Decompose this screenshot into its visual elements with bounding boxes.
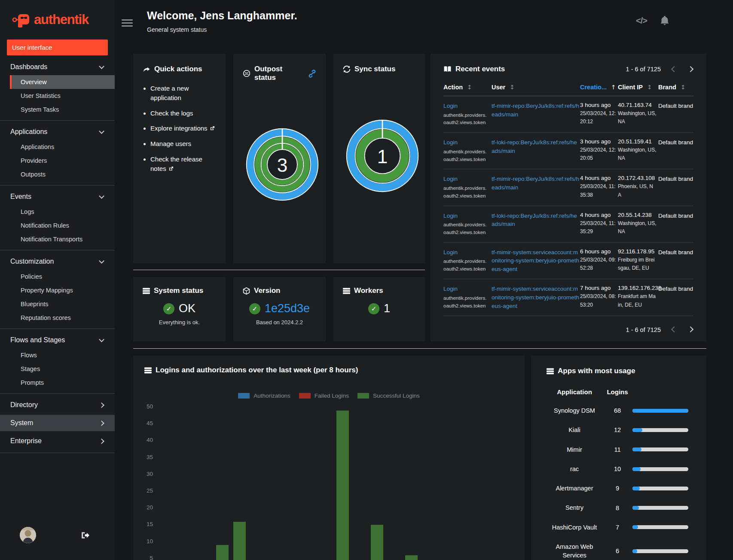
sidebar-section-system[interactable]: System [0,415,115,431]
event-user-link[interactable]: tf-loki-repo:BeryJu/k8s:ref:refs/heads/m… [492,139,577,154]
app-usage-bar-fill [632,447,641,451]
sidebar-item-property-mappings[interactable]: Property Mappings [10,283,115,297]
event-action-link[interactable]: Login [443,286,458,292]
chevron-right-icon[interactable] [687,65,693,73]
event-user-link[interactable]: tf-loki-repo:BeryJu/k8s:ref:refs/heads/m… [492,213,577,228]
sidebar-section-directory[interactable]: Directory [0,397,115,413]
event-user-link[interactable]: tf-mimir-repo:BeryJu/k8s:ref:refs/heads/… [492,176,579,191]
event-client-ip-cell: 20.51.159.41Washington, US, NA [618,138,658,163]
sidebar-item-overview[interactable]: Overview [10,75,115,89]
sidebar-section-applications[interactable]: Applications [0,124,115,140]
sidebar-section-customization[interactable]: Customization [0,253,115,270]
column-header-label: Client IP [618,84,643,91]
event-action-link[interactable]: Login [443,139,458,146]
chevron-right-icon [99,438,104,444]
sidebar-section-dashboards[interactable]: Dashboards [0,59,115,75]
sidebar-section-flows-and-stages[interactable]: Flows and Stages [0,332,115,348]
code-icon[interactable]: </> [636,16,647,26]
sidebar-item-policies[interactable]: Policies [10,270,115,283]
quick-action-check-the-logs[interactable]: Check the logs [150,109,216,118]
event-app-context: authentik.providers.oauth2.views.token [443,185,492,200]
user-interface-button[interactable]: User interface [7,40,108,55]
event-action-link[interactable]: Login [443,213,458,219]
link-icon[interactable] [308,70,316,78]
quick-action-explore-integrations[interactable]: Explore integrations [150,124,216,133]
event-brand: Default brand [658,248,693,257]
sidebar-item-logs[interactable]: Logs [10,205,115,219]
quick-action-label: Check the release notes [150,155,202,172]
chart-bar-successful-logins [233,522,246,560]
sidebar-item-notification-transports[interactable]: Notification Transports [10,232,115,246]
chevron-right-icon[interactable] [687,326,693,334]
event-action-link[interactable]: Login [443,103,458,109]
card-title: Quick actions [154,65,202,73]
event-user-link[interactable]: tf-mimir-system:serviceaccount:monitorin… [492,249,579,272]
sidebar-section-label: Enterprise [10,437,42,445]
column-header-creatio[interactable]: Creatio...↑ [580,84,618,91]
workers-card: Workers ✓ 1 [333,277,425,341]
sidebar-item-prompts[interactable]: Prompts [10,376,115,390]
sidebar-group-system: System [0,414,115,432]
quick-action-label: Explore integrations [150,125,208,132]
event-geo: Frankfurt am Main, DE, EU [618,292,658,309]
sidebar-item-outposts[interactable]: Outposts [10,167,115,181]
column-header-client-ip[interactable]: Client IP↕ [618,84,658,91]
pagination-label: 1 - 6 of 7125 [626,66,661,73]
server-icon [144,367,152,374]
column-header-label: User [492,84,505,91]
event-brand-cell: Default brand [658,248,693,274]
event-brand-cell: Default brand [658,175,693,200]
column-header-brand[interactable]: Brand↕ [658,84,693,91]
column-header-action[interactable]: Action↕ [443,84,492,91]
event-timestamp: 25/03/2024, 09:52:28 [580,256,618,272]
app-login-count: 9 [602,485,632,492]
app-usage-row-mimir: Mimir11 [547,445,691,454]
server-icon [547,368,554,374]
event-action-link[interactable]: Login [443,176,458,182]
y-axis-tick: 30 [138,471,153,477]
sidebar-item-stages[interactable]: Stages [10,362,115,376]
external-link-icon [166,165,174,172]
quick-action-manage-users[interactable]: Manage users [150,139,216,149]
avatar[interactable] [20,527,36,543]
sidebar-section-events[interactable]: Events [0,189,115,205]
sidebar-item-blueprints[interactable]: Blueprints [10,297,115,311]
sidebar-item-flows[interactable]: Flows [10,348,115,362]
sidebar-item-user-statistics[interactable]: User Statistics [10,89,115,103]
check-circle-icon: ✓ [368,303,379,314]
app-usage-bar [632,409,688,413]
quick-action-create-a-new-application[interactable]: Create a new application [150,84,216,103]
event-relative-time: 3 hours ago [580,138,618,145]
sidebar: authentik User interface DashboardsOverv… [0,0,115,560]
sidebar-group-dashboards: DashboardsOverviewUser StatisticsSystem … [0,58,115,117]
sidebar-item-notification-rules[interactable]: Notification Rules [10,219,115,232]
quick-action-check-the-release-notes[interactable]: Check the release notes [150,155,216,173]
chevron-left-icon[interactable] [671,326,677,334]
sidebar-item-reputation-scores[interactable]: Reputation scores [10,311,115,325]
sidebar-item-applications[interactable]: Applications [10,140,115,154]
event-action-link[interactable]: Login [443,249,458,256]
menu-icon[interactable] [122,18,133,28]
bell-icon[interactable] [660,15,669,26]
column-header-user[interactable]: User↕ [492,84,580,91]
app-usage-bar [632,467,688,471]
chevron-right-icon [99,402,104,408]
logout-icon[interactable] [81,531,90,539]
divider [133,270,425,270]
app-usage-bar-fill [632,487,640,490]
table-row: Loginauthentik.providers.oauth2.views.to… [443,169,693,206]
sidebar-group-flows-and-stages: Flows and StagesFlowsStagesPrompts [0,329,115,390]
chevron-left-icon[interactable] [671,65,677,73]
event-user-link[interactable]: tf-mimir-system:serviceaccount:monitorin… [492,286,579,309]
event-user-link[interactable]: tf-mimir-repo:BeryJu/k8s:ref:refs/heads/… [492,103,579,118]
sidebar-item-system-tasks[interactable]: System Tasks [10,103,115,116]
event-ip: 20.51.159.41 [618,138,658,145]
sidebar-section-enterprise[interactable]: Enterprise [0,433,115,449]
version-value[interactable]: 1e25d3e [265,302,310,315]
sidebar-item-providers[interactable]: Providers [10,154,115,167]
event-app-context: authentik.providers.oauth2.views.token [443,295,492,310]
app-login-count: 7 [602,524,632,531]
authentik-logo-icon [12,12,31,27]
page-subtitle: General system status [147,26,207,33]
event-action-cell: Loginauthentik.providers.oauth2.views.to… [443,102,492,127]
